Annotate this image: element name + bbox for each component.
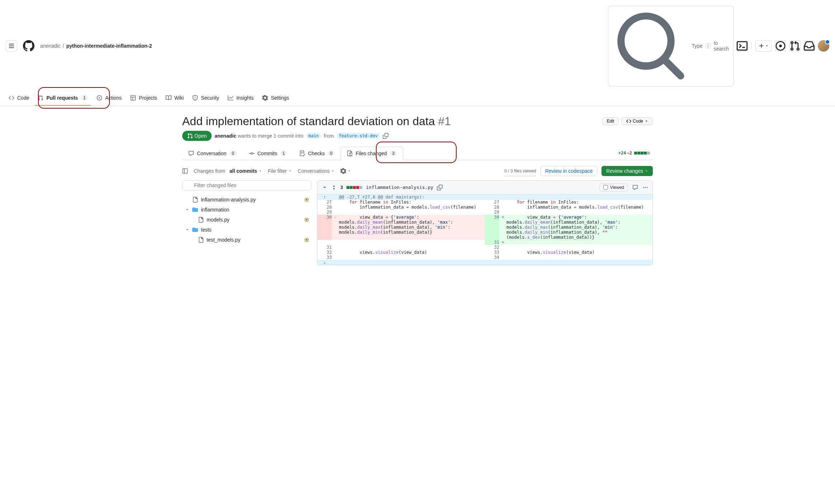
svg-rect-5 xyxy=(183,168,188,173)
caret-down-icon xyxy=(331,169,335,173)
base-branch[interactable]: main xyxy=(306,133,321,139)
head-branch[interactable]: feature-std-dev xyxy=(337,133,380,139)
diff-line-deletion: 30- view_data = {'average': models.daily… xyxy=(317,215,652,240)
diff-toolbar: Changes from all commits File filter Con… xyxy=(182,160,653,180)
nav-wiki[interactable]: Wiki xyxy=(163,92,187,106)
hunk-header-row: ⇡ @@ -27,7 +27,8 @@ def main(args): xyxy=(317,195,652,200)
svg-point-8 xyxy=(647,187,648,188)
slash-key-hint: / xyxy=(706,43,711,48)
nav-settings[interactable]: Settings xyxy=(259,92,292,106)
svg-point-7 xyxy=(645,187,646,188)
expand-down-icon[interactable]: ⇣ xyxy=(317,260,332,265)
review-changes-button[interactable]: Review changes xyxy=(602,166,653,176)
owner-link[interactable]: anenadic xyxy=(40,43,61,49)
nav-actions[interactable]: Actions xyxy=(94,92,124,106)
commit-icon xyxy=(249,151,255,156)
main-header: anenadic / python-intermediate-inflammat… xyxy=(0,0,835,92)
code-dropdown-button[interactable]: Code xyxy=(622,117,653,125)
kebab-icon[interactable] xyxy=(642,185,648,190)
diff-line: 33 34 xyxy=(317,255,652,260)
create-new-button[interactable] xyxy=(755,40,772,52)
code-icon xyxy=(626,119,631,124)
gear-icon xyxy=(262,95,268,101)
expand-up-icon[interactable]: ⇡ xyxy=(317,195,332,200)
changes-from-dropdown[interactable]: Changes from all commits xyxy=(194,168,262,174)
pull-requests-button[interactable] xyxy=(789,40,801,52)
diff-line: 27 for filename in InFiles: 27 for filen… xyxy=(317,200,652,205)
tab-files-changed[interactable]: Files changed 3 xyxy=(341,147,403,160)
file-filter-dropdown[interactable]: File filter xyxy=(268,168,292,174)
hamburger-menu[interactable] xyxy=(6,40,17,52)
edit-button[interactable]: Edit xyxy=(602,117,619,125)
diff-settings-dropdown[interactable] xyxy=(340,168,351,174)
diff-line: 31 32 xyxy=(317,245,652,250)
caret-down-icon xyxy=(645,169,648,173)
user-avatar[interactable] xyxy=(818,40,829,52)
plus-icon xyxy=(759,43,764,49)
tab-commits[interactable]: Commits 1 xyxy=(243,147,293,160)
issue-icon xyxy=(775,41,786,51)
inbox-icon xyxy=(804,41,815,51)
github-logo[interactable] xyxy=(23,40,34,52)
tree-file-root[interactable]: inflammation-analysis.py xyxy=(182,195,311,205)
file-icon xyxy=(198,237,204,243)
caret-down-icon xyxy=(765,44,769,48)
file-icon xyxy=(198,217,204,223)
diff-file-header: 3 inflammation-analysis.py Viewed xyxy=(317,181,652,195)
diff-stat: +24 −2 xyxy=(615,151,653,156)
pr-state-badge: Open xyxy=(182,131,212,141)
issues-button[interactable] xyxy=(775,40,786,52)
checklist-icon xyxy=(299,151,305,156)
pr-author[interactable]: anenadic xyxy=(214,133,236,139)
mini-diff-blocks xyxy=(346,186,362,189)
pull-request-icon xyxy=(187,133,193,139)
svg-point-4 xyxy=(251,152,253,154)
search-input[interactable]: Type / to search xyxy=(608,6,733,86)
hamburger-icon xyxy=(9,43,14,49)
file-icon xyxy=(192,197,198,203)
diff-filename[interactable]: inflammation-analysis.py xyxy=(366,185,433,190)
caret-down-icon xyxy=(259,169,262,173)
svg-point-1 xyxy=(779,45,782,48)
nav-projects[interactable]: Projects xyxy=(127,92,160,106)
conversations-dropdown[interactable]: Conversations xyxy=(298,168,335,174)
nav-security[interactable]: Security xyxy=(189,92,222,106)
tab-conversation[interactable]: Conversation 0 xyxy=(182,147,243,160)
review-in-codespace-button[interactable]: Review in codespace xyxy=(541,166,597,176)
nav-insights[interactable]: Insights xyxy=(225,92,256,106)
book-icon xyxy=(166,95,171,101)
diff-line-addition: 31+ xyxy=(317,240,652,245)
table-icon xyxy=(130,95,136,101)
filter-files-input[interactable] xyxy=(182,180,311,190)
diff-table: ⇡ @@ -27,7 +27,8 @@ def main(args): 27 f… xyxy=(317,195,652,265)
repo-link[interactable]: python-intermediate-inflammation-2 xyxy=(66,43,152,49)
copy-icon[interactable] xyxy=(437,185,443,190)
chevron-down-icon xyxy=(185,208,189,212)
tree-file-models[interactable]: models.py xyxy=(182,215,311,225)
viewed-checkbox[interactable]: Viewed xyxy=(599,184,628,191)
caret-down-icon xyxy=(288,169,292,173)
comment-icon[interactable] xyxy=(632,185,638,190)
file-diff-icon xyxy=(347,151,353,156)
tree-file-test-models[interactable]: test_models.py xyxy=(182,235,311,245)
nav-code[interactable]: Code xyxy=(6,92,32,106)
chevron-down-icon xyxy=(185,228,189,232)
sidebar-toggle-icon[interactable] xyxy=(182,168,188,174)
notifications-button[interactable] xyxy=(803,40,815,52)
comment-icon xyxy=(188,151,194,156)
diff-line: 32 views.visualize(view_data) 33 views.v… xyxy=(317,250,652,255)
expand-icon[interactable] xyxy=(331,185,337,190)
folder-icon xyxy=(192,227,198,233)
tab-checks[interactable]: Checks 0 xyxy=(293,147,341,160)
svg-rect-3 xyxy=(131,95,136,100)
pull-request-icon xyxy=(38,95,43,101)
search-icon xyxy=(613,8,689,84)
nav-pull-requests[interactable]: Pull requests 1 xyxy=(35,92,91,106)
repo-nav: Code Pull requests 1 Actions Projects Wi… xyxy=(0,92,835,106)
command-palette-button[interactable] xyxy=(736,40,748,52)
tree-folder-tests[interactable]: tests xyxy=(182,225,311,235)
breadcrumb: anenadic / python-intermediate-inflammat… xyxy=(40,43,152,49)
copy-icon[interactable] xyxy=(383,133,388,139)
chevron-down-icon[interactable] xyxy=(322,185,327,190)
tree-folder-inflammation[interactable]: inflammation xyxy=(182,205,311,215)
